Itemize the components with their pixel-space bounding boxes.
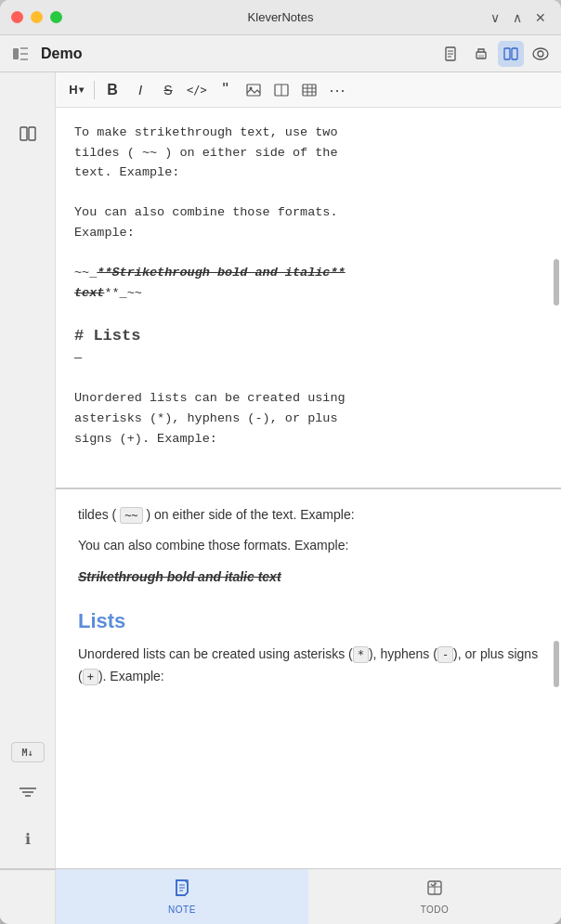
- preview-heading: Lists: [78, 604, 539, 638]
- strikethrough-button[interactable]: S: [155, 77, 181, 103]
- todo-tab[interactable]: TODO: [308, 869, 561, 924]
- win-restore-icon[interactable]: ∧: [509, 8, 526, 27]
- quote-button[interactable]: ": [213, 77, 239, 103]
- svg-rect-0: [13, 48, 19, 59]
- sep1: [94, 81, 95, 99]
- note-tab-label: Note: [168, 904, 196, 915]
- editor-line: Unordered lists can be created using ast…: [74, 388, 542, 449]
- win-action-controls: ∨ ∧ ✕: [487, 8, 550, 27]
- editor-pane[interactable]: To make strikethrough text, use two tild…: [56, 108, 561, 489]
- preview-button[interactable]: [528, 41, 554, 67]
- main-area: M↓ ℹ To make strikethrough text, use two…: [0, 108, 561, 868]
- bottom-tab-bar: Note TODO: [0, 868, 561, 924]
- window-controls: [11, 11, 62, 23]
- svg-rect-24: [29, 127, 35, 140]
- strikethrough-text: Strikethrough bold and italic text: [78, 569, 281, 584]
- filter-settings-icon[interactable]: [11, 775, 45, 809]
- editor-line: To make strikethrough text, use two tild…: [74, 123, 542, 183]
- window-title: KleverNotes: [248, 10, 314, 24]
- editor-content: To make strikethrough text, use two tild…: [56, 108, 561, 463]
- svg-rect-11: [512, 48, 517, 59]
- table-button[interactable]: [296, 77, 322, 103]
- close-button[interactable]: [11, 11, 23, 23]
- maximize-button[interactable]: [50, 11, 62, 23]
- panels-toggle-button[interactable]: [11, 117, 45, 150]
- editor-scroll-indicator: [554, 259, 559, 306]
- todo-tab-label: TODO: [421, 904, 450, 915]
- preview-content: tildes ( ~~ ) on either side of the text…: [56, 489, 561, 712]
- left-sidebar: M↓ ℹ: [0, 108, 56, 868]
- sidebar-toggle-button[interactable]: [7, 41, 33, 67]
- bold-button[interactable]: B: [99, 77, 125, 103]
- editor-line: You can also combine those formats. Exam…: [74, 202, 542, 242]
- note-tab-icon: [173, 878, 191, 902]
- svg-point-12: [533, 48, 548, 59]
- svg-rect-23: [20, 127, 27, 140]
- editor-line: [74, 303, 542, 323]
- editor-line: [74, 369, 542, 389]
- note-title: Demo: [37, 46, 435, 62]
- format-toolbar: H ▾ B I S </> " ⋯: [56, 72, 561, 108]
- editor-line-strikethrough: ~~_**Strikethrough bold and italic** tex…: [74, 263, 542, 303]
- svg-rect-9: [478, 55, 484, 58]
- code-button[interactable]: </>: [183, 77, 211, 103]
- heading-button[interactable]: H ▾: [63, 77, 89, 103]
- svg-rect-10: [504, 48, 510, 59]
- doc-view-button[interactable]: [438, 41, 464, 67]
- inline-code-plus: +: [83, 669, 98, 685]
- expand-button[interactable]: [268, 77, 294, 103]
- todo-tab-icon: [425, 878, 444, 902]
- app-window: KleverNotes ∨ ∧ ✕ Demo: [0, 0, 561, 924]
- inline-code-asterisk: *: [353, 646, 369, 663]
- preview-para-1: tildes ( ~~ ) on either side of the text…: [78, 504, 539, 527]
- info-icon-button[interactable]: ℹ: [11, 822, 45, 855]
- preview-scroll-indicator: [554, 641, 559, 687]
- bottom-sidebar-spacer: [0, 869, 56, 924]
- note-tab[interactable]: Note: [56, 869, 308, 924]
- title-bar: KleverNotes ∨ ∧ ✕: [0, 0, 561, 35]
- editor-line: [74, 183, 542, 203]
- win-min-icon[interactable]: ∨: [487, 8, 503, 27]
- minimize-button[interactable]: [31, 11, 43, 23]
- preview-pane[interactable]: tildes ( ~~ ) on either side of the text…: [56, 489, 561, 869]
- preview-para-2: You can also combine those formats. Exam…: [78, 535, 539, 557]
- print-button[interactable]: [468, 41, 494, 67]
- split-view-button[interactable]: [498, 41, 524, 67]
- inline-code-tilde: ~~: [120, 507, 142, 524]
- editor-dash-line: —: [74, 348, 542, 369]
- image-button[interactable]: [241, 77, 267, 103]
- center-column: To make strikethrough text, use two tild…: [56, 108, 561, 868]
- preview-strikethrough-para: Strikethrough bold and italic text: [78, 566, 539, 589]
- inline-code-hyphen: -: [437, 646, 453, 663]
- more-button[interactable]: ⋯: [324, 77, 350, 103]
- note-toolbar: Demo: [0, 35, 561, 72]
- svg-point-13: [538, 51, 543, 57]
- svg-rect-18: [303, 85, 316, 96]
- markdown-badge-icon[interactable]: M↓: [11, 742, 45, 762]
- preview-list-para: Unordered lists can be created using ast…: [78, 644, 539, 688]
- italic-button[interactable]: I: [127, 77, 153, 103]
- editor-line: [74, 243, 542, 264]
- editor-heading-line: # Lists: [74, 323, 542, 348]
- win-close-icon[interactable]: ✕: [531, 8, 550, 27]
- svg-rect-14: [247, 85, 260, 96]
- format-toolbar-sidebar-spacer: [0, 72, 56, 108]
